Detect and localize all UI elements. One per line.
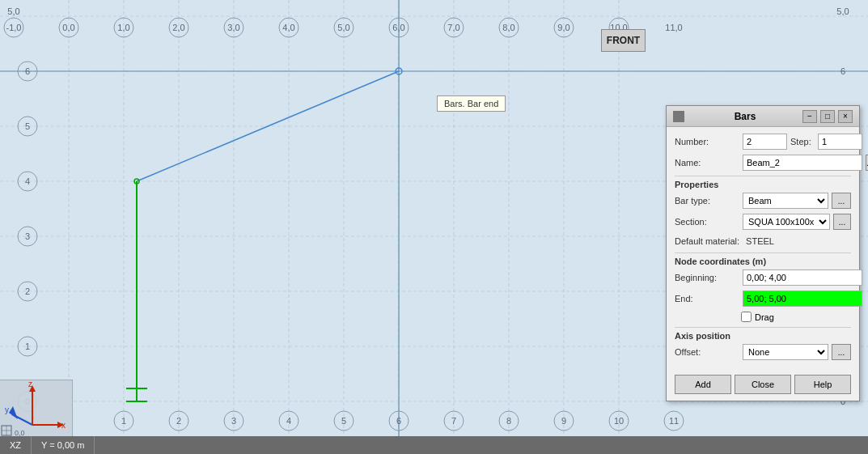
close-dialog-button[interactable]: Close (735, 375, 791, 394)
svg-text:5,0: 5,0 (337, 23, 349, 32)
node-coords-header: Node coordinates (m) (675, 257, 851, 266)
svg-text:2: 2 (176, 416, 181, 426)
svg-text:4: 4 (25, 176, 30, 186)
svg-text:8,0: 8,0 (502, 23, 514, 32)
svg-text:4: 4 (286, 416, 291, 426)
svg-text:-1,0: -1,0 (6, 23, 22, 32)
default-material-value: STEEL (743, 235, 777, 248)
drag-checkbox[interactable] (741, 312, 752, 322)
svg-text:1,0: 1,0 (117, 23, 129, 32)
svg-marker-107 (9, 406, 18, 419)
front-button[interactable]: FRONT (601, 29, 646, 52)
svg-text:x: x (61, 421, 66, 430)
section-label: Section: (675, 217, 739, 227)
bar-type-select[interactable]: Beam Truss Column (743, 193, 828, 209)
svg-text:6,0: 6,0 (392, 23, 404, 32)
svg-text:11,0: 11,0 (665, 23, 682, 32)
svg-text:5: 5 (341, 416, 346, 426)
bar-type-label: Bar type: (675, 196, 739, 206)
svg-text:7: 7 (451, 416, 456, 426)
bar-type-btn[interactable]: ... (832, 193, 851, 209)
section-select[interactable]: SQUA 100x100x (743, 214, 830, 230)
drag-label: Drag (755, 312, 774, 322)
status-plane: XZ (0, 436, 32, 454)
svg-text:8: 8 (506, 416, 511, 426)
minimize-button[interactable]: − (802, 110, 817, 123)
svg-text:7,0: 7,0 (447, 23, 459, 32)
name-input[interactable] (743, 155, 862, 171)
offset-label: Offset: (675, 347, 739, 357)
svg-text:9,0: 9,0 (557, 23, 569, 32)
dialog-footer: Add Close Help (667, 370, 859, 401)
bars-dialog-title[interactable]: Bars − □ × (667, 106, 859, 127)
step-label: Step: (790, 137, 815, 146)
svg-text:0,0: 0,0 (62, 23, 74, 32)
bars-dialog: Bars − □ × Number: Step: Name: ... (666, 105, 860, 401)
svg-text:5,0: 5,0 (836, 6, 849, 16)
svg-text:2,0: 2,0 (172, 23, 184, 32)
svg-text:1: 1 (121, 416, 126, 426)
svg-text:11: 11 (669, 416, 679, 426)
svg-text:3: 3 (231, 416, 236, 426)
offset-btn[interactable]: ... (832, 344, 851, 360)
svg-text:10: 10 (614, 416, 624, 426)
canvas-area[interactable]: -1,0 0,0 1,0 2,0 3,0 4,0 5,0 6,0 7,0 8,0… (0, 0, 868, 454)
coord-indicator: x z y 0,0 (0, 380, 73, 436)
svg-text:5: 5 (25, 121, 30, 131)
end-input[interactable] (743, 291, 862, 307)
svg-text:9: 9 (561, 416, 566, 426)
svg-text:6: 6 (396, 416, 401, 426)
restore-button[interactable]: □ (820, 110, 835, 123)
axis-position-header: Axis position (675, 331, 851, 341)
number-input[interactable] (743, 134, 787, 150)
beginning-input[interactable] (743, 269, 862, 286)
svg-text:y: y (5, 405, 9, 414)
status-bar: XZ Y = 0,00 m (0, 436, 868, 454)
help-button[interactable]: Help (794, 375, 851, 394)
svg-text:4,0: 4,0 (282, 23, 294, 32)
end-label: End: (675, 294, 739, 303)
bars-title-icon (673, 111, 684, 122)
beginning-label: Beginning: (675, 273, 739, 282)
close-button[interactable]: × (838, 110, 853, 123)
status-y-coord: Y = 0,00 m (32, 436, 95, 454)
step-input[interactable] (818, 134, 862, 150)
svg-text:z: z (28, 380, 32, 388)
properties-header: Properties (675, 180, 851, 189)
add-button[interactable]: Add (675, 375, 731, 394)
svg-text:6: 6 (840, 66, 845, 76)
default-material-label: Default material: (675, 236, 739, 246)
name-label: Name: (675, 158, 739, 168)
svg-text:1: 1 (25, 342, 30, 351)
svg-text:2: 2 (25, 286, 30, 296)
section-btn[interactable]: ... (833, 214, 851, 230)
offset-select[interactable]: None Custom (743, 344, 828, 360)
drag-row: Drag (741, 312, 851, 322)
svg-text:3: 3 (25, 231, 30, 241)
tooltip: Bars. Bar end (437, 95, 506, 112)
svg-text:5,0: 5,0 (7, 6, 19, 16)
bars-title-text: Bars (689, 111, 801, 122)
svg-text:6: 6 (25, 66, 30, 76)
number-label: Number: (675, 137, 739, 146)
svg-text:3,0: 3,0 (227, 23, 239, 32)
